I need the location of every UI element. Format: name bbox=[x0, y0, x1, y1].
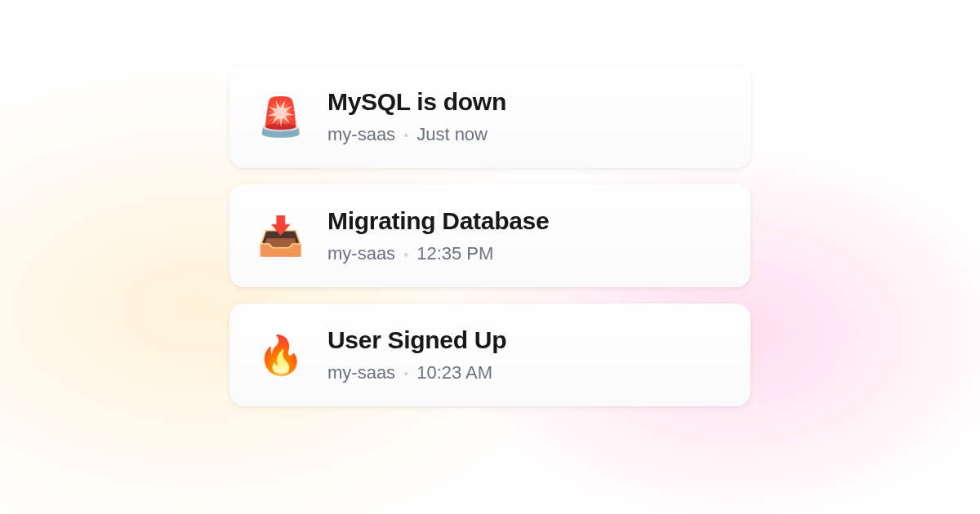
notification-time: Just now bbox=[416, 124, 488, 145]
notification-project: my-saas bbox=[327, 124, 395, 145]
siren-icon: 🚨 bbox=[257, 94, 303, 140]
notification-project: my-saas bbox=[327, 243, 395, 264]
notification-content: MySQL is down my-saas ● Just now bbox=[327, 88, 506, 145]
notification-list: 🚨 MySQL is down my-saas ● Just now 📥 Mig… bbox=[229, 65, 751, 406]
notification-time: 10:23 AM bbox=[416, 362, 492, 383]
notification-content: User Signed Up my-saas ● 10:23 AM bbox=[327, 326, 506, 383]
notification-card[interactable]: 🔥 User Signed Up my-saas ● 10:23 AM bbox=[229, 304, 751, 406]
notification-project: my-saas bbox=[327, 362, 395, 383]
notification-title: MySQL is down bbox=[327, 88, 506, 116]
notification-content: Migrating Database my-saas ● 12:35 PM bbox=[327, 207, 549, 264]
notification-title: User Signed Up bbox=[327, 326, 506, 354]
notification-title: Migrating Database bbox=[327, 207, 549, 235]
notification-card[interactable]: 📥 Migrating Database my-saas ● 12:35 PM bbox=[229, 184, 751, 287]
meta-separator: ● bbox=[403, 250, 408, 259]
meta-separator: ● bbox=[403, 131, 408, 140]
notification-meta: my-saas ● 10:23 AM bbox=[327, 362, 506, 383]
notification-card[interactable]: 🚨 MySQL is down my-saas ● Just now bbox=[229, 65, 751, 168]
notification-meta: my-saas ● Just now bbox=[327, 124, 506, 145]
inbox-download-icon: 📥 bbox=[257, 213, 303, 259]
notification-meta: my-saas ● 12:35 PM bbox=[327, 243, 549, 264]
notification-time: 12:35 PM bbox=[416, 243, 493, 264]
meta-separator: ● bbox=[403, 369, 408, 378]
fire-icon: 🔥 bbox=[257, 332, 303, 378]
